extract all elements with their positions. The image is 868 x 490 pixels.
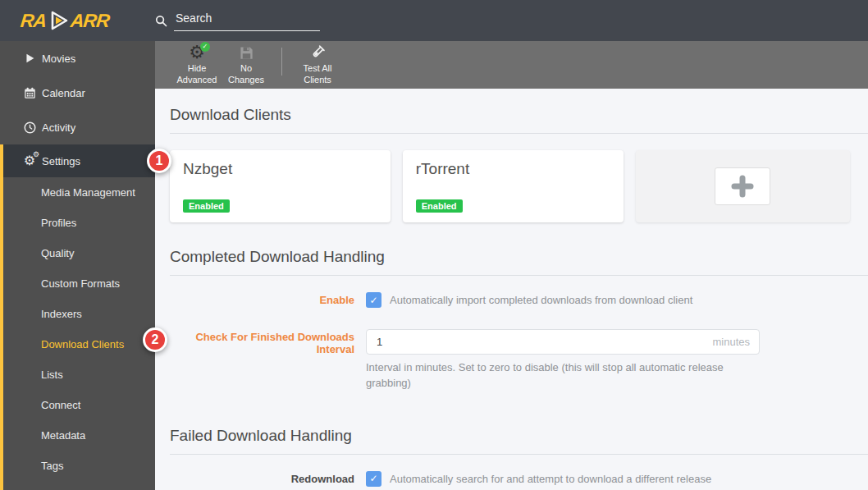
sidebar-item-profiles[interactable]: Profiles	[3, 208, 155, 238]
check-icon: ✓	[200, 42, 210, 52]
sidebar-item-quality[interactable]: Quality	[3, 238, 155, 268]
sidebar-item-custom-formats[interactable]: Custom Formats	[3, 268, 155, 299]
logo-area: RA ARR	[0, 9, 155, 32]
failed-download-handling-heading: Failed Download Handling	[170, 427, 868, 455]
redownload-label: Redownload	[170, 471, 354, 485]
main-column: ⚙ ✓ Hide Advanced No Changes	[155, 41, 868, 490]
sidebar-item-calendar[interactable]: Calendar	[0, 76, 155, 110]
interval-input[interactable]	[366, 329, 760, 355]
clock-icon	[23, 121, 36, 134]
sidebar-item-lists[interactable]: Lists	[3, 359, 155, 390]
advanced-gear-icon: ⚙ ✓	[189, 44, 205, 62]
client-card-rtorrent[interactable]: rTorrent Enabled	[403, 150, 624, 222]
download-clients-heading: Download Clients	[170, 106, 868, 134]
callout-badge-1: 1	[147, 149, 171, 173]
test-vial-icon	[309, 44, 326, 62]
add-client-card[interactable]	[636, 150, 851, 222]
status-badge: Enabled	[416, 199, 463, 213]
client-name: Nzbget	[183, 160, 377, 178]
sidebar-item-label: Calendar	[42, 87, 85, 99]
enable-checkbox[interactable]: ✓	[366, 292, 381, 308]
topbar: RA ARR	[0, 0, 868, 41]
status-badge: Enabled	[183, 199, 230, 213]
interval-help-text: Interval in minutes. Set to zero to disa…	[366, 360, 760, 392]
toolbar: ⚙ ✓ Hide Advanced No Changes	[155, 41, 868, 89]
play-icon	[23, 53, 36, 64]
logo-text-right: ARR	[70, 10, 111, 32]
sidebar-item-metadata[interactable]: Metadata	[3, 420, 155, 451]
interval-label: Check For Finished Downloads Interval	[170, 329, 354, 355]
sidebar-item-label: Movies	[42, 53, 75, 65]
add-client-button[interactable]	[715, 167, 770, 205]
toolbar-separator	[281, 48, 282, 76]
client-card-nzbget[interactable]: Nzbget Enabled	[170, 150, 391, 222]
plus-icon	[730, 174, 755, 199]
redownload-description: Automatically search for and attempt to …	[390, 473, 711, 485]
sidebar-item-media-management[interactable]: Media Management	[3, 177, 155, 208]
client-name: rTorrent	[416, 160, 610, 178]
radarr-logo[interactable]: RA ARR	[21, 9, 109, 32]
search-icon	[155, 15, 167, 27]
callout-badge-2: 2	[143, 327, 167, 352]
gears-icon: ⚙ ⚙	[23, 154, 36, 167]
search	[155, 10, 320, 31]
sidebar-item-download-clients[interactable]: Download Clients	[3, 329, 155, 359]
radarr-app: RA ARR Movies	[0, 0, 868, 490]
play-triangle-icon	[47, 9, 70, 32]
logo-text-left: RA	[20, 10, 48, 32]
search-input[interactable]	[174, 10, 320, 31]
sidebar-item-settings[interactable]: ⚙ ⚙ Settings	[3, 144, 155, 177]
sidebar-item-activity[interactable]: Activity	[0, 110, 155, 144]
sidebar-item-movies[interactable]: Movies	[0, 41, 155, 76]
sidebar-item-label: Settings	[42, 155, 80, 167]
interval-unit: minutes	[712, 336, 750, 348]
test-all-clients-button[interactable]: Test All Clients	[293, 44, 342, 86]
settings-content: Download Clients Nzbget Enabled rTorrent…	[155, 89, 868, 490]
sidebar-item-connect[interactable]: Connect	[3, 390, 155, 420]
no-changes-button[interactable]: No Changes	[222, 44, 271, 86]
redownload-row: Redownload ✓ Automatically search for an…	[170, 471, 868, 487]
sidebar-item-label: Activity	[42, 121, 75, 134]
calendar-icon	[23, 87, 36, 99]
sidebar: Movies Calendar	[0, 41, 155, 490]
redownload-checkbox[interactable]: ✓	[366, 471, 381, 487]
interval-row: Check For Finished Downloads Interval mi…	[170, 329, 868, 392]
completed-download-handling-heading: Completed Download Handling	[170, 248, 868, 276]
enable-description: Automatically import completed downloads…	[390, 294, 692, 306]
download-client-cards: Nzbget Enabled rTorrent Enabled	[170, 150, 850, 222]
enable-row: Enable ✓ Automatically import completed …	[170, 292, 868, 308]
sidebar-item-tags[interactable]: Tags	[3, 451, 155, 481]
save-floppy-icon	[239, 44, 254, 62]
settings-group: ⚙ ⚙ Settings Media Management Profiles Q…	[0, 144, 155, 490]
enable-label: Enable	[170, 292, 354, 306]
sidebar-item-indexers[interactable]: Indexers	[3, 299, 155, 329]
hide-advanced-button[interactable]: ⚙ ✓ Hide Advanced	[172, 44, 222, 86]
